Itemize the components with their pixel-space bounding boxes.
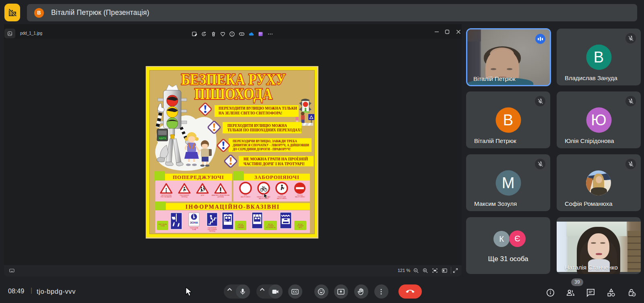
svg-text:ТРОЛЕЙБУСА: ТРОЛЕЙБУСА bbox=[266, 227, 276, 228]
svg-text:ТАКСІ: ТАКСІ bbox=[298, 227, 302, 228]
svg-text:ЗАБОРОНЕНО: ЗАБОРОНЕНО bbox=[277, 198, 287, 199]
svg-text:ІНФОРМАЦІЙНО-ВКАЗІВНІ: ІНФОРМАЦІЙНО-ВКАЗІВНІ bbox=[186, 203, 280, 210]
svg-text:ПЕРЕХОДЯЧИ ВУЛИЦЮ, ЗАВЖДИ ТРЕБ: ПЕРЕХОДЯЧИ ВУЛИЦЮ, ЗАВЖДИ ТРЕБА bbox=[233, 139, 297, 143]
svg-text:ТРАМВАЯ: ТРАМВАЯ bbox=[237, 227, 244, 228]
svg-text:ЗАБОРОНЕНО: ЗАБОРОНЕНО bbox=[258, 198, 268, 199]
svg-text:ДІТИ: ДІТИ bbox=[201, 195, 204, 196]
svg-text:ЗОНА: ЗОНА bbox=[161, 225, 165, 227]
svg-text:ЖДИТЕ: ЖДИТЕ bbox=[159, 137, 167, 139]
svg-text:ТІЛЬКИ ПО ПІШОХІДНИХ ПЕРЕХОДАХ: ТІЛЬКИ ПО ПІШОХІДНИХ ПЕРЕХОДАХ! bbox=[227, 128, 301, 132]
svg-text:ПЕРЕХОДИТИ ВУЛИЦЮ МОЖНА: ПЕРЕХОДИТИ ВУЛИЦЮ МОЖНА bbox=[227, 124, 287, 128]
svg-text:ЗОНА: ЗОНА bbox=[192, 229, 196, 230]
svg-text:ЗОНА: ЗОНА bbox=[190, 221, 198, 224]
svg-text:ПЕРЕХІД: ПЕРЕХІД bbox=[209, 230, 215, 232]
svg-text:ПОПЕРЕДЖУЮЧІ: ПОПЕРЕДЖУЮЧІ bbox=[173, 174, 224, 180]
svg-text:ЧАСТИНІ ДОРІГ І НА ТРОТУАРІ!: ЧАСТИНІ ДОРІГ І НА ТРОТУАРІ! bbox=[244, 162, 305, 166]
svg-text:ПЕРЕХІД: ПЕРЕХІД bbox=[181, 196, 188, 198]
svg-text:ПІШОХОДА: ПІШОХОДА bbox=[194, 85, 272, 103]
svg-text:ДИВИТИСЯ СПОЧАТКУ - ЛІВОРУЧ, А: ДИВИТИСЯ СПОЧАТКУ - ЛІВОРУЧ, А ДІЙШОВШИ bbox=[233, 143, 309, 147]
svg-text:ЗАБОРОНЯЮЧІ: ЗАБОРОНЯЮЧІ bbox=[254, 174, 299, 180]
svg-text:РЕГУЛЮВАННЯ: РЕГУЛЮВАННЯ bbox=[161, 196, 172, 198]
svg-text:ДІЛЯНКА: ДІЛЯНКА bbox=[217, 196, 224, 198]
svg-text:НЕ МОЖНА ГРАТИ НА ПРОЇЗНІЙ: НЕ МОЖНА ГРАТИ НА ПРОЇЗНІЙ bbox=[244, 156, 308, 161]
svg-text:ЗАБОРОНЕНО: ЗАБОРОНЕНО bbox=[295, 196, 305, 198]
svg-text:ПЕРЕХОДИТИ ВУЛИЦЮ МОЖНА ТІЛЬКИ: ПЕРЕХОДИТИ ВУЛИЦЮ МОЖНА ТІЛЬКИ bbox=[219, 106, 297, 110]
svg-text:ДО СЕРЕДИНИ ДОРОГИ - ПРАВОРУЧ!: ДО СЕРЕДИНИ ДОРОГИ - ПРАВОРУЧ! bbox=[233, 147, 291, 151]
svg-text:НА ЗЕЛЕНЕ СВІТЛО СВІТЛОФОРА!: НА ЗЕЛЕНЕ СВІТЛО СВІТЛОФОРА! bbox=[219, 111, 282, 115]
svg-text:ЗАБОРОНЕНО: ЗАБОРОНЕНО bbox=[240, 196, 250, 198]
